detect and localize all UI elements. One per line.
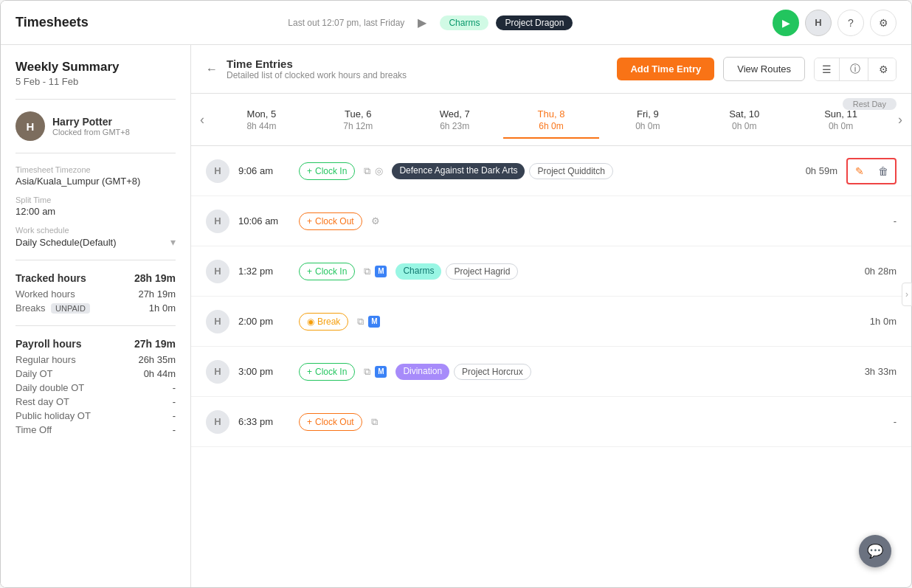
settings-icon-button[interactable]: ⚙ xyxy=(871,58,896,80)
day-hours: 8h 44m xyxy=(213,121,310,131)
day-name: Mon, 5 xyxy=(213,108,310,120)
copy-icon[interactable]: ⧉ xyxy=(364,165,370,177)
time-entry-row: H 6:33 pm + Clock Out ⧉ - xyxy=(191,397,911,447)
day-column-1[interactable]: Tue, 6 7h 12m xyxy=(310,101,407,139)
entry-tag: Project Horcrux xyxy=(454,364,531,380)
time-entry-row: H 3:00 pm + Clock In ⧉M DivinationProjec… xyxy=(191,347,911,397)
copy-icon[interactable]: ⧉ xyxy=(364,366,370,378)
entry-type-button[interactable]: + Clock In xyxy=(299,363,355,381)
view-routes-button[interactable]: View Routes xyxy=(723,57,805,81)
user-name: Harry Potter xyxy=(52,116,130,128)
timezone-label: Timesheet Timezone xyxy=(15,165,176,174)
list-view-button[interactable]: ☰ xyxy=(815,58,840,80)
entry-type-button[interactable]: ◉ Break xyxy=(299,313,348,331)
add-time-entry-button[interactable]: Add Time Entry xyxy=(617,58,714,80)
day-name: Fri, 9 xyxy=(599,108,696,120)
weekly-summary-title: Weekly Summary xyxy=(15,60,176,75)
entry-tag: Project Hagrid xyxy=(446,263,518,280)
time-entry-row: H 1:32 pm + Clock In ⧉M CharmsProject Ha… xyxy=(191,246,911,297)
entries-subtitle: Detailed list of clocked work hours and … xyxy=(227,70,608,80)
edit-button[interactable]: ✎ xyxy=(849,161,870,181)
active-project: Project Dragon xyxy=(496,15,573,30)
location-icon[interactable]: ◎ xyxy=(375,165,383,177)
entry-time: 2:00 pm xyxy=(238,316,290,327)
day-hours: 6h 0m xyxy=(503,121,600,131)
entry-type-button[interactable]: + Clock In xyxy=(299,263,355,280)
copy-icon[interactable]: ⧉ xyxy=(357,316,364,328)
regular-hours-label: Regular hours xyxy=(15,354,76,365)
settings-button[interactable]: ⚙ xyxy=(870,10,897,36)
day-hours: 0h 0m xyxy=(599,121,696,131)
daily-double-ot-label: Daily double OT xyxy=(15,382,84,393)
expand-panel-button[interactable]: › xyxy=(902,283,912,306)
chevron-down-icon: ▾ xyxy=(170,236,176,248)
user-avatar-button[interactable]: H xyxy=(805,10,832,36)
entry-time: 3:00 pm xyxy=(238,366,290,377)
day-hours: 0h 0m xyxy=(696,121,792,131)
work-schedule-value: Daily Schedule(Default) xyxy=(15,237,117,248)
tracked-hours-label: Tracked hours xyxy=(15,272,86,284)
entries-title: Time Entries xyxy=(227,58,608,70)
chat-fab[interactable]: 💬 xyxy=(859,535,891,567)
last-out-text: Last out 12:07 pm, last Friday xyxy=(288,18,404,28)
gear-icon[interactable]: ⚙ xyxy=(371,215,380,226)
day-name: Thu, 8 xyxy=(503,108,600,120)
rest-day-ot-label: Rest day OT xyxy=(15,396,69,407)
help-button[interactable]: ? xyxy=(837,10,864,36)
rest-day-ot-value: - xyxy=(173,396,176,407)
entry-tag: Project Quidditch xyxy=(529,163,612,179)
info-button[interactable]: ⓘ xyxy=(843,58,868,80)
play-button[interactable]: ▶ xyxy=(773,10,799,36)
day-name: Sat, 10 xyxy=(696,108,792,120)
day-column-5[interactable]: Sat, 10 0h 0m xyxy=(696,101,792,139)
public-holiday-ot-label: Public holiday OT xyxy=(15,410,91,421)
day-hours: 0h 0m xyxy=(792,121,889,131)
entry-duration: - xyxy=(852,215,897,226)
unpaid-badge: UNPAID xyxy=(51,303,90,314)
entry-tag: Charms xyxy=(395,263,441,280)
time-entry-row: H 2:00 pm ◉ Break ⧉M 1h 0m xyxy=(191,297,911,347)
m-icon: M xyxy=(375,366,387,378)
back-button[interactable]: ← xyxy=(206,63,218,76)
work-schedule-row[interactable]: Daily Schedule(Default) ▾ xyxy=(15,236,176,248)
entry-tag: Defence Against the Dark Arts xyxy=(392,163,525,179)
entry-time: 6:33 pm xyxy=(238,416,290,427)
day-column-3[interactable]: Thu, 8 6h 0m xyxy=(503,101,600,139)
day-hours: 6h 23m xyxy=(407,121,503,131)
copy-icon[interactable]: ⧉ xyxy=(364,266,370,277)
breaks-value: 1h 0m xyxy=(149,302,176,314)
entry-time: 9:06 am xyxy=(238,165,290,176)
topbar-play-button[interactable]: ▶ xyxy=(412,13,432,33)
timezone-value: Asia/Kuala_Lumpur (GMT+8) xyxy=(15,176,176,187)
time-off-value: - xyxy=(173,424,176,435)
entry-avatar: H xyxy=(206,210,229,233)
rest-day-banner: Rest Day xyxy=(843,98,897,110)
day-hours: 7h 12m xyxy=(310,121,407,131)
split-time-label: Split Time xyxy=(15,196,176,204)
worked-hours-value: 27h 19m xyxy=(138,288,176,300)
day-column-2[interactable]: Wed, 7 6h 23m xyxy=(407,101,503,139)
entry-type-button[interactable]: + Clock In xyxy=(299,162,355,180)
entry-type-button[interactable]: + Clock Out xyxy=(299,413,362,431)
day-column-0[interactable]: Mon, 5 8h 44m xyxy=(213,101,310,139)
work-schedule-label: Work schedule xyxy=(15,226,176,235)
day-column-4[interactable]: Fri, 9 0h 0m xyxy=(599,101,696,139)
regular-hours-value: 26h 35m xyxy=(138,354,176,365)
entry-avatar: H xyxy=(206,310,229,333)
entry-type-button[interactable]: + Clock Out xyxy=(299,212,362,230)
m-icon: M xyxy=(375,266,387,277)
worked-hours-label: Worked hours xyxy=(15,288,75,300)
active-badge[interactable]: Charms xyxy=(440,15,488,30)
entry-avatar: H xyxy=(206,360,229,384)
breaks-label: Breaks UNPAID xyxy=(15,302,90,314)
time-entry-row: H 9:06 am + Clock In ⧉◎ Defence Against … xyxy=(191,146,911,196)
delete-button[interactable]: 🗑 xyxy=(873,161,894,181)
weekly-summary-dates: 5 Feb - 11 Feb xyxy=(15,76,176,87)
user-avatar: H xyxy=(15,111,45,141)
m-icon: M xyxy=(368,316,380,328)
time-entry-row: H 10:06 am + Clock Out ⚙ - xyxy=(191,196,911,246)
entry-tag: Divination xyxy=(395,364,449,380)
prev-week-button[interactable]: ‹ xyxy=(191,94,213,145)
day-name: Wed, 7 xyxy=(407,108,503,120)
copy-icon[interactable]: ⧉ xyxy=(371,416,378,428)
